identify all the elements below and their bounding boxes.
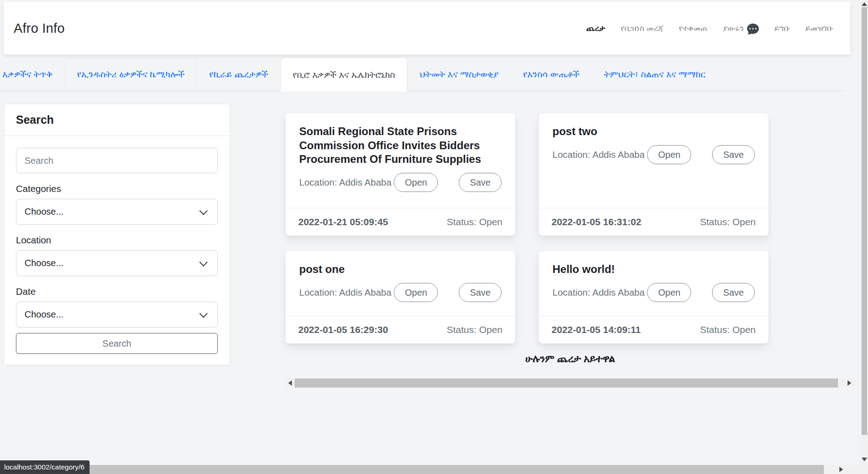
nav-item-register[interactable]: ይመዝገቡ [805, 24, 833, 33]
post-location: Location: Addis Ababa [552, 287, 645, 298]
post-title: post one [299, 262, 502, 277]
categories-label: Categories [16, 183, 218, 194]
post-status: Status: Open [447, 217, 502, 227]
tab-education-training[interactable]: ትምህርት፣ ስልጠና እና ማማከር [592, 57, 717, 91]
tab-rental-tenders[interactable]: የኪራይ ጨረታዎች [197, 57, 281, 91]
tab-animal-products[interactable]: የእንስሳ ውጤቶች [511, 57, 592, 91]
location-select-value: Choose... [25, 258, 64, 268]
post-footer: 2022-01-05 16:29:30 Status: Open [286, 316, 515, 343]
post-date: 2022-01-21 05:09:45 [298, 217, 388, 227]
nav-item-saved[interactable]: የተቀመጠ [679, 24, 707, 33]
scrollbar-thumb[interactable] [0, 465, 824, 474]
search-panel-title: Search [4, 104, 230, 136]
post-status: Status: Open [447, 324, 502, 335]
tab-goods-equipment[interactable]: እቃዎችና ትጥቅ [0, 57, 65, 91]
chevron-down-icon [199, 309, 207, 318]
header-nav: ጨረታ የቢዝነስ መረጃ የተቀመጠ ያውሩን ይግቡ ይመዝገቡ [586, 22, 833, 35]
nav-item-business-info[interactable]: የቢዝነስ መረጃ [621, 24, 663, 33]
nav-item-login[interactable]: ይግቡ [774, 24, 790, 33]
scrollbar-thumb[interactable] [862, 7, 867, 435]
location-label: Location [16, 235, 218, 246]
date-select-value: Choose... [25, 309, 64, 320]
scroll-right-arrow[interactable] [836, 465, 847, 474]
post-title: post two [552, 125, 755, 139]
scrollbar-thumb[interactable] [295, 378, 838, 388]
post-date: 2022-01-05 16:29:30 [298, 324, 388, 335]
date-select[interactable]: Choose... [16, 302, 218, 328]
link-preview-status-bar: localhost:3002/category/6 [0, 460, 90, 474]
content-horizontal-scrollbar[interactable] [286, 378, 855, 388]
page-vertical-scrollbar[interactable] [861, 0, 868, 474]
chevron-down-icon [199, 258, 207, 266]
status-url: localhost:3002/category/6 [4, 463, 85, 471]
save-button[interactable]: Save [459, 283, 502, 302]
post-location: Location: Addis Ababa [299, 177, 391, 188]
save-button[interactable]: Save [459, 173, 502, 192]
post-date: 2022-01-05 16:31:02 [552, 217, 641, 227]
post-footer: 2022-01-05 16:31:02 Status: Open [539, 208, 768, 236]
nav-item-tenders[interactable]: ጨረታ [586, 24, 605, 33]
scroll-left-arrow[interactable] [286, 378, 295, 388]
open-button[interactable]: Open [394, 283, 438, 302]
scroll-up-arrow[interactable] [861, 1, 868, 7]
scroll-right-arrow[interactable] [845, 378, 854, 388]
search-input[interactable] [16, 148, 218, 173]
post-status: Status: Open [700, 217, 756, 227]
search-submit-button[interactable]: Search [16, 333, 218, 354]
search-panel-body: Categories Choose... Location Choose... … [4, 136, 230, 366]
open-button[interactable]: Open [647, 145, 691, 164]
scroll-down-arrow[interactable] [861, 456, 868, 463]
app-title: Afro Info [14, 21, 65, 36]
post-card: Hello world! Location: Addis Ababa Open … [539, 251, 768, 343]
tab-printing-advertising[interactable]: ህትመት እና ማስታወቂያ [407, 57, 511, 91]
post-footer: 2022-01-05 14:09:11 Status: Open [539, 316, 768, 343]
post-status: Status: Open [700, 324, 756, 335]
search-panel: Search Categories Choose... Location Cho… [4, 104, 230, 365]
category-tabs: እቃዎችና ትጥቅ የኢንዱስትሪ ዕቃዎችና ኬሚካሎች የኪራይ ጨረታዎች… [0, 57, 844, 91]
post-footer: 2022-01-21 05:09:45 Status: Open [286, 208, 515, 236]
post-title: Somali Regional State Prisons Commission… [299, 125, 502, 166]
post-location: Location: Addis Ababa [299, 287, 391, 298]
open-button[interactable]: Open [394, 173, 438, 192]
save-button[interactable]: Save [712, 283, 755, 302]
tab-industry-chemicals[interactable]: የኢንዱስትሪ ዕቃዎችና ኬሚካሎች [65, 57, 197, 91]
open-button[interactable]: Open [647, 283, 691, 302]
nav-item-chat-label: ያውሩን [722, 24, 744, 33]
page-horizontal-scrollbar[interactable] [0, 465, 861, 474]
post-card: Somali Regional State Prisons Commission… [286, 113, 515, 236]
location-select[interactable]: Choose... [16, 250, 218, 276]
post-title: Hello world! [552, 262, 755, 277]
post-card: post one Location: Addis Ababa Open Save… [286, 251, 515, 343]
categories-select[interactable]: Choose... [16, 199, 218, 225]
nav-item-chat[interactable]: ያውሩን [722, 22, 759, 35]
save-button[interactable]: Save [712, 145, 755, 164]
post-location: Location: Addis Ababa [552, 149, 645, 160]
chevron-down-icon [199, 207, 207, 215]
post-card: post two Location: Addis Ababa Open Save… [539, 113, 768, 236]
categories-select-value: Choose... [25, 207, 64, 217]
post-date: 2022-01-05 14:09:11 [552, 324, 641, 335]
date-label: Date [16, 286, 218, 297]
chat-dots-icon [747, 22, 759, 35]
all-tenders-seen-message: ሁሉንም ጨረታ አይተዋል [286, 353, 855, 365]
tab-office-electronics[interactable]: የቢሮ እቃዎች እና ኤሌክትሮኒክስ [280, 57, 407, 91]
app-header: Afro Info ጨረታ የቢዝነስ መረጃ የተቀመጠ ያውሩን ይግቡ ይ… [4, 2, 850, 55]
